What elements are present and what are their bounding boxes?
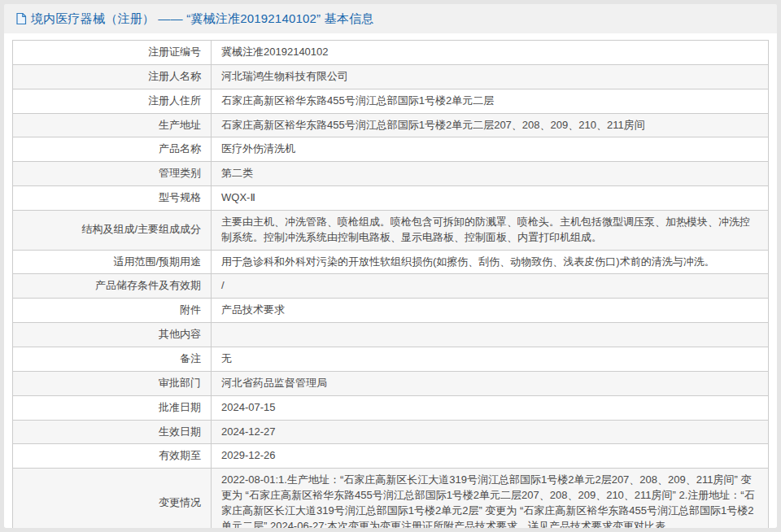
row-label: 附件 (180, 303, 201, 316)
row-label: 注册证编号 (148, 46, 201, 58)
info-table: 注册证编号 冀械注准20192140102 注册人名称 河北瑞鸿生物科技有限公司… (12, 40, 769, 528)
row-label-cell: 附件 (13, 299, 212, 323)
row-value-cell: 石家庄高新区裕华东路455号润江总部国际1号楼2单元二层207、208、209、… (212, 113, 769, 137)
row-value-cell: 用于急诊科和外科对污染的开放性软组织损伤(如擦伤、刮伤、动物致伤、浅表皮伤口)术… (212, 250, 769, 274)
document-icon (15, 12, 27, 25)
table-row: 生效日期 2024-12-27 (13, 420, 769, 444)
row-value: 河北省药品监督管理局 (221, 377, 327, 389)
row-value-cell: 主要由主机、冲洗管路、喷枪组成。喷枪包含可拆卸的防溅罩、喷枪头。主机包括微型调压… (212, 210, 769, 250)
row-label: 适用范围/预期用途 (113, 255, 201, 268)
row-label: 结构及组成/主要组成成分 (81, 223, 201, 235)
row-label-cell: 注册人住所 (13, 89, 212, 113)
row-value: 石家庄高新区裕华东路455号润江总部国际1号楼2单元二层207、208、209、… (221, 119, 645, 131)
row-label-cell: 备注 (13, 347, 212, 371)
table-row: 结构及组成/主要组成成分 主要由主机、冲洗管路、喷枪组成。喷枪包含可拆卸的防溅罩… (13, 210, 769, 250)
info-table-panel: 注册证编号 冀械注准20192140102 注册人名称 河北瑞鸿生物科技有限公司… (4, 33, 777, 528)
row-label-cell: 审批部门 (13, 371, 212, 395)
row-value: 主要由主机、冲洗管路、喷枪组成。喷枪包含可拆卸的防溅罩、喷枪头。主机包括微型调压… (221, 216, 750, 243)
row-value: WQX-Ⅱ (221, 191, 255, 203)
row-label: 变更情况 (159, 496, 201, 508)
row-label-cell: 批准日期 (13, 395, 212, 420)
row-label: 批准日期 (159, 401, 201, 413)
table-row: 变更情况 2022-08-01:1.生产地址：“石家庄高新区长江大道319号润江… (13, 469, 769, 528)
table-row: 有效期至 2029-12-26 (13, 444, 769, 469)
row-label-cell: 适用范围/预期用途 (13, 250, 212, 274)
row-value: 2022-08-01:1.生产地址：“石家庄高新区长江大道319号润江总部国际1… (221, 473, 755, 528)
row-label-cell: 生效日期 (13, 420, 212, 444)
table-row: 注册人住所 石家庄高新区裕华东路455号润江总部国际1号楼2单元二层 (13, 89, 769, 113)
table-row: 审批部门 河北省药品监督管理局 (13, 371, 769, 395)
row-value: 第二类 (221, 167, 253, 179)
row-value-cell: 河北省药品监督管理局 (212, 371, 769, 395)
table-row: 适用范围/预期用途 用于急诊科和外科对污染的开放性软组织损伤(如擦伤、刮伤、动物… (13, 250, 769, 274)
row-value-cell: / (212, 274, 769, 299)
row-value-cell: 河北瑞鸿生物科技有限公司 (212, 64, 769, 89)
table-row: 产品名称 医疗外伤清洗机 (13, 137, 769, 162)
row-value: 用于急诊科和外科对污染的开放性软组织损伤(如擦伤、刮伤、动物致伤、浅表皮伤口)术… (221, 255, 715, 268)
row-value-cell: 2024-12-27 (212, 420, 769, 444)
table-row: 批准日期 2024-07-15 (13, 395, 769, 420)
row-label: 注册人名称 (148, 70, 201, 82)
row-label: 生产地址 (159, 119, 201, 131)
info-table-body: 注册证编号 冀械注准20192140102 注册人名称 河北瑞鸿生物科技有限公司… (13, 41, 769, 529)
row-value: 2024-07-15 (221, 401, 276, 413)
row-value-cell: WQX-Ⅱ (212, 186, 769, 211)
row-label: 其他内容 (159, 328, 201, 340)
row-label-cell: 型号规格 (13, 186, 212, 211)
row-label-cell: 注册证编号 (13, 41, 212, 65)
row-value-cell: 2029-12-26 (212, 444, 769, 469)
row-value: 无 (221, 352, 232, 364)
content-card: 境内医疗器械（注册） —— “冀械注准20192140102” 基本信息 注册证… (4, 4, 777, 528)
row-value-cell: 2024-07-15 (212, 395, 769, 420)
table-row: 管理类别 第二类 (13, 162, 769, 186)
row-value-cell: 第二类 (212, 162, 769, 186)
table-row: 型号规格 WQX-Ⅱ (13, 186, 769, 211)
row-value-cell: 石家庄高新区裕华东路455号润江总部国际1号楼2单元二层 (212, 89, 769, 113)
row-value: / (221, 279, 225, 291)
row-value: 冀械注准20192140102 (221, 46, 329, 58)
row-label: 产品名称 (159, 142, 201, 155)
page-title: 境内医疗器械（注册） —— “冀械注准20192140102” 基本信息 (31, 11, 373, 27)
row-label-cell: 产品储存条件及有效期 (13, 274, 212, 299)
table-row: 注册人名称 河北瑞鸿生物科技有限公司 (13, 64, 769, 89)
row-label: 注册人住所 (148, 94, 201, 107)
table-row: 其他内容 (13, 323, 769, 347)
table-row: 产品储存条件及有效期 / (13, 274, 769, 299)
row-label-cell: 有效期至 (13, 444, 212, 469)
row-label-cell: 变更情况 (13, 469, 212, 528)
row-value-cell: 医疗外伤清洗机 (212, 137, 769, 162)
table-row: 生产地址 石家庄高新区裕华东路455号润江总部国际1号楼2单元二层207、208… (13, 113, 769, 137)
row-label-cell: 注册人名称 (13, 64, 212, 89)
row-label-cell: 其他内容 (13, 323, 212, 347)
row-label-cell: 生产地址 (13, 113, 212, 137)
table-row: 注册证编号 冀械注准20192140102 (13, 41, 769, 65)
row-value-cell: 产品技术要求 (212, 299, 769, 323)
row-value: 医疗外伤清洗机 (221, 142, 295, 155)
row-value-cell: 冀械注准20192140102 (212, 41, 769, 65)
row-value: 河北瑞鸿生物科技有限公司 (221, 70, 348, 82)
row-value: 2024-12-27 (221, 425, 276, 438)
row-label: 管理类别 (159, 167, 201, 179)
row-value-cell: 2022-08-01:1.生产地址：“石家庄高新区长江大道319号润江总部国际1… (212, 469, 769, 528)
row-value-cell: 无 (212, 347, 769, 371)
row-label-cell: 产品名称 (13, 137, 212, 162)
row-label: 产品储存条件及有效期 (95, 279, 201, 291)
row-label-cell: 结构及组成/主要组成成分 (13, 210, 212, 250)
row-value: 石家庄高新区裕华东路455号润江总部国际1号楼2单元二层 (221, 94, 494, 107)
row-label: 有效期至 (159, 449, 201, 461)
table-row: 备注 无 (13, 347, 769, 371)
table-row: 附件 产品技术要求 (13, 299, 769, 323)
page-header: 境内医疗器械（注册） —— “冀械注准20192140102” 基本信息 (4, 4, 777, 33)
row-value-cell (212, 323, 769, 347)
row-label-cell: 管理类别 (13, 162, 212, 186)
row-value: 2029-12-26 (221, 449, 276, 461)
row-label: 型号规格 (159, 191, 201, 203)
row-label: 备注 (180, 352, 201, 364)
row-label: 生效日期 (159, 425, 201, 438)
row-value: 产品技术要求 (221, 303, 285, 316)
row-label: 审批部门 (159, 377, 201, 389)
